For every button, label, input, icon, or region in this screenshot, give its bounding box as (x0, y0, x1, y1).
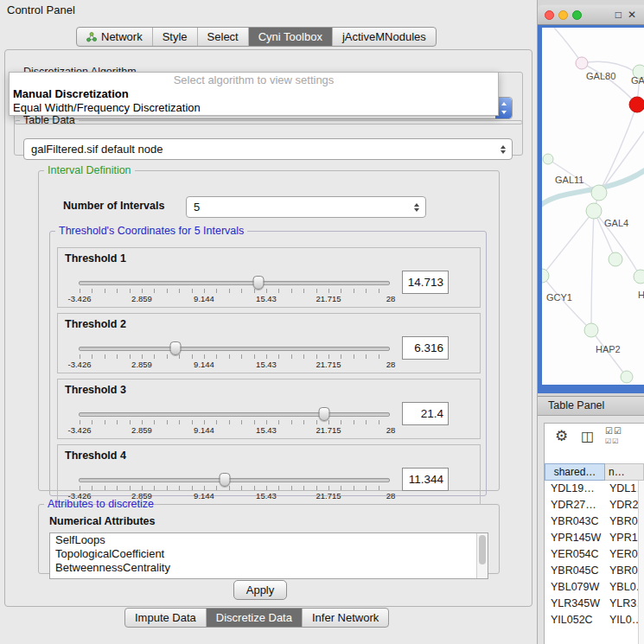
threshold-slider[interactable] (79, 412, 390, 417)
apply-button[interactable]: Apply (233, 580, 287, 600)
table-header-row: shared… n… (545, 463, 644, 481)
node-selected-red[interactable] (629, 97, 644, 112)
column-header-shared-name[interactable]: shared… (545, 463, 605, 481)
threshold-slider[interactable] (79, 281, 390, 285)
table-row[interactable]: YBL079WYBL0… (545, 579, 644, 596)
control-panel-title: Control Panel (7, 3, 75, 16)
tick-label: 28 (386, 425, 396, 435)
threshold-value-field[interactable]: 21.4 (402, 402, 449, 425)
float-button[interactable]: □ (615, 8, 622, 22)
node-gcy1[interactable] (542, 269, 549, 283)
network-window: □ ✕ (538, 4, 644, 393)
scrollbar-thumb[interactable] (479, 535, 486, 564)
tick-label: 2.859 (131, 360, 152, 369)
network-window-titlebar[interactable]: □ ✕ (538, 4, 644, 25)
slider-thumb[interactable] (252, 276, 264, 290)
group-table-data: Table Data galFiltered.sif default node (14, 114, 523, 156)
threshold-value-field[interactable]: 11.344 (402, 468, 449, 491)
table-row[interactable]: YIL052CYIL0… (545, 612, 644, 628)
tick-label: 9.144 (194, 425, 214, 435)
threshold-label: Threshold 2 (65, 318, 126, 330)
slider-tick-labels: -3.426 2.859 9.144 15.43 21.715 28 (80, 294, 391, 304)
traffic-light-minimize[interactable] (558, 10, 568, 20)
checkbox-icon[interactable]: ☑ (605, 437, 612, 445)
list-item[interactable]: TopologicalCoefficient (50, 547, 488, 561)
tab-discretize-data[interactable]: Discretize Data (207, 609, 303, 627)
node-label: GA (631, 75, 644, 86)
table-row[interactable]: YPR145WYPR1… (545, 530, 644, 546)
node[interactable] (634, 270, 644, 284)
algorithm-dropdown: Select algorithm to view settings Manual… (9, 72, 499, 116)
columns-icon[interactable]: ◫ (581, 428, 594, 444)
dropdown-option-equal-width-frequency[interactable]: Equal Width/Frequency Discretization (10, 101, 498, 115)
tick-label: 9.144 (194, 360, 214, 369)
node[interactable] (621, 371, 633, 383)
node-label: GCY1 (546, 292, 572, 303)
tab-infer-network[interactable]: Infer Network (303, 609, 388, 627)
traffic-light-zoom[interactable] (572, 10, 582, 20)
toolbox-tab-bar: Network Style Select Cyni Toolbox jActiv… (76, 27, 437, 47)
slider-thumb[interactable] (220, 473, 231, 487)
slider-ticks (80, 289, 391, 293)
cell: YDL19… (545, 481, 605, 497)
table-row[interactable]: YLR345WYLR3… (545, 596, 644, 612)
threshold-value-field[interactable]: 6.316 (402, 336, 449, 360)
tick-label: 2.859 (131, 425, 152, 435)
node-gal4[interactable] (586, 203, 602, 219)
list-item[interactable]: BetweennessCentrality (50, 561, 488, 575)
table-row[interactable]: YBR045CYBR0… (545, 563, 644, 579)
combo-stepper-icon[interactable] (501, 145, 506, 154)
combo-stepper-icon[interactable] (414, 203, 419, 212)
dropdown-placeholder: Select algorithm to view settings (10, 73, 498, 87)
checkbox-icon[interactable]: ☑ (614, 426, 622, 436)
threshold-value-field[interactable]: 14.713 (402, 271, 449, 294)
table-panel: ⚙ ◫ ☑☑ ☑☑ shared… n… YDL19…YDL1… YDR27…Y… (538, 416, 644, 644)
control-panel: Control Panel Network Style Select Cyni … (0, 0, 538, 644)
node[interactable] (576, 57, 588, 69)
cell: YBR043C (545, 513, 605, 530)
group-interval-definition: Interval Definition Number of Intervals … (38, 164, 500, 491)
node-label: HAP2 (596, 344, 621, 354)
tab-style[interactable]: Style (153, 28, 198, 46)
node-gal11[interactable] (591, 185, 607, 201)
node-hap2[interactable] (584, 323, 598, 337)
table-row[interactable]: YDR27…YDR2… (545, 497, 644, 513)
group-title: Interval Definition (44, 164, 135, 176)
network-view-frame: GAL80 GA GAL11 GAL4 GCY1 H HAP2 (538, 25, 644, 393)
tab-cyni-toolbox[interactable]: Cyni Toolbox (249, 28, 333, 46)
node[interactable] (609, 252, 622, 266)
checkbox-icon[interactable]: ☑ (605, 426, 614, 436)
slider-thumb[interactable] (169, 341, 181, 355)
table-row[interactable]: YER054CYER0… (545, 546, 644, 563)
network-canvas[interactable]: GAL80 GA GAL11 GAL4 GCY1 H HAP2 (542, 28, 644, 385)
table-row[interactable]: YDL19…YDL1… (545, 481, 644, 497)
table-rows: YDL19…YDL1… YDR27…YDR2… YBR043CYBR0… YPR… (545, 481, 644, 644)
group-attributes: Attributes to discretize Numerical Attri… (38, 498, 500, 574)
gear-icon[interactable]: ⚙ (555, 427, 568, 445)
table-data-combo[interactable]: galFiltered.sif default node (23, 138, 513, 160)
table-scrollbar[interactable] (638, 481, 644, 644)
dropdown-option-manual-discretization[interactable]: Manual Discretization (10, 87, 498, 101)
close-button[interactable]: ✕ (628, 8, 636, 22)
tab-network[interactable]: Network (77, 28, 153, 46)
column-header-name[interactable]: n… (605, 463, 644, 481)
tab-impute-data[interactable]: Impute Data (125, 609, 207, 627)
number-of-intervals-combo[interactable]: 5 (186, 196, 426, 218)
tab-label: Impute Data (135, 609, 196, 627)
tab-jactivemnodules[interactable]: jActiveMNodules (333, 28, 436, 46)
list-item[interactable]: SelfLoops (50, 533, 488, 547)
list-scrollbar[interactable] (476, 533, 488, 578)
traffic-light-close[interactable] (545, 10, 554, 20)
threshold-slider[interactable] (79, 478, 390, 482)
node[interactable] (543, 154, 553, 164)
tab-label: Infer Network (312, 609, 379, 627)
slider-thumb[interactable] (318, 407, 329, 421)
checkbox-icons[interactable]: ☑☑ ☑☑ (605, 426, 631, 446)
tick-label: 21.715 (316, 425, 341, 435)
checkbox-icon[interactable]: ☑ (612, 437, 619, 445)
threshold-slider[interactable] (79, 347, 390, 351)
threshold-panel: Threshold 1 -3.426 2.859 9.144 15.43 21.… (57, 247, 481, 308)
tab-select[interactable]: Select (198, 28, 249, 46)
table-row[interactable]: YBR043CYBR0… (545, 513, 644, 530)
app-window: Control Panel Network Style Select Cyni … (0, 0, 644, 644)
